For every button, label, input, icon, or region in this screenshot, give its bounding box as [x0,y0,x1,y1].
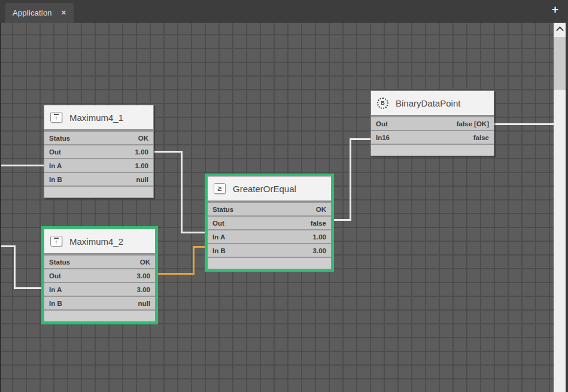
vertical-scrollbar[interactable] [554,23,566,392]
pin-value: false [OK] [457,120,489,127]
pin-value: false [473,134,489,141]
block-BinaryDataPoint[interactable]: BBinaryDataPointOutfalse [OK]In16false [370,90,494,156]
block-row-status[interactable]: StatusOK [44,130,153,144]
block-GreaterOrEqual[interactable]: ≥GreaterOrEqualStatusOKOutfalseIn A1.00I… [207,176,332,269]
pin-label: Out [376,120,388,127]
wire-left-edge-to-maximum4_1-inA[interactable] [1,165,45,166]
maximum-icon: ↑ [50,112,62,123]
pin-label: Status [49,135,70,142]
wire-maximum4_1-out-to-greaterorequal-inA[interactable] [181,232,208,233]
gte-icon: ≥ [214,183,226,194]
pin-label: In A [49,162,62,169]
pin-value: OK [138,135,148,142]
block-title: Maximum4_1 [69,113,123,123]
close-icon[interactable]: ✕ [61,9,66,17]
block-Maximum4_2[interactable]: ↑Maximum4_2StatusOKOut3.00In A3.00In Bnu… [44,229,156,322]
block-row-in-b[interactable]: In Bnull [44,172,153,186]
block-header[interactable]: BBinaryDataPoint [371,91,494,116]
pin-label: Status [212,206,233,213]
pin-value: 1.00 [135,148,148,156]
pin-value: null [136,176,148,183]
pin-value: 3.00 [313,247,326,254]
wiresheet-window: Application ✕ + ↑Maximum4_1StatusOKOut1.… [0,0,568,392]
block-row-status[interactable]: StatusOK [208,202,331,215]
block-header[interactable]: ↑Maximum4_2 [44,229,155,254]
pin-label: In A [49,286,62,293]
wire-greaterorequal-out-to-binarydatapoint-in16[interactable] [350,138,372,140]
block-title: Maximum4_2 [69,236,123,247]
wire-maximum4_2-out-to-greaterorequal-inB[interactable] [157,273,195,275]
new-tab-button[interactable]: + [552,4,558,15]
canvas-right-border [566,23,568,392]
tab-application[interactable]: Application ✕ [5,3,74,23]
wire-maximum4_2-out-to-greaterorequal-inB[interactable] [193,246,208,248]
wire-greaterorequal-out-to-binarydatapoint-in16[interactable] [333,219,351,221]
scrollbar-thumb[interactable] [554,37,566,90]
block-row-out[interactable]: Outfalse [OK] [371,116,494,130]
pin-label: Out [49,272,61,279]
tab-label: Application [13,8,52,17]
pin-label: In16 [376,134,390,141]
pin-label: In B [49,300,62,307]
block-row-in-a[interactable]: In A3.00 [44,282,155,296]
wire-maximum4_2-out-to-greaterorequal-inB[interactable] [193,246,195,275]
wire-maximum4_1-out-to-greaterorequal-inA[interactable] [181,151,183,233]
block-footer [44,186,153,197]
pin-value: null [138,300,150,307]
block-row-in16[interactable]: In16false [371,130,494,144]
pin-value: false [311,220,326,227]
block-row-out[interactable]: Out3.00 [44,268,155,282]
scroll-up-button[interactable] [554,23,566,36]
wire-maximum4_1-out-to-greaterorequal-inA[interactable] [153,151,183,153]
chevron-up-icon [556,26,564,34]
pin-label: Out [212,220,224,227]
block-row-out[interactable]: Outfalse [208,215,331,229]
wire-left-edge-to-maximum4_2-inA[interactable] [14,245,16,289]
block-header[interactable]: ↑Maximum4_1 [44,105,153,130]
pin-value: 1.00 [313,233,326,241]
block-row-in-a[interactable]: In A1.00 [44,158,153,172]
pin-value: OK [140,259,150,266]
pin-label: In B [49,176,62,183]
block-row-in-b[interactable]: In Bnull [44,296,155,309]
block-row-status[interactable]: StatusOK [44,254,155,268]
pin-label: Status [49,259,70,266]
pin-label: Out [49,148,61,156]
block-footer [371,144,494,156]
pin-value: 3.00 [137,286,150,293]
wire-left-edge-to-maximum4_2-inA[interactable] [14,287,45,289]
pin-value: 1.00 [135,162,148,169]
block-footer [44,309,155,321]
pin-label: In A [212,233,225,241]
block-footer [208,257,331,269]
wiresheet-canvas[interactable]: ↑Maximum4_1StatusOKOut1.00In A1.00In Bnu… [1,23,554,392]
wire-binarydatapoint-out-to-right-edge[interactable] [492,123,554,125]
block-header[interactable]: ≥GreaterOrEqual [208,177,331,202]
pin-value: 3.00 [137,272,150,279]
pin-value: OK [316,206,326,213]
maximum-icon: ↑ [50,236,62,247]
block-row-in-b[interactable]: In B3.00 [208,243,331,257]
pin-label: In B [212,247,226,254]
binary-icon: B [377,98,388,109]
block-title: BinaryDataPoint [396,98,460,108]
block-title: GreaterOrEqual [233,184,296,194]
block-Maximum4_1[interactable]: ↑Maximum4_1StatusOKOut1.00In A1.00In Bnu… [44,105,154,198]
tab-bar: Application ✕ + [0,0,568,23]
canvas-left-border [0,23,1,392]
block-row-out[interactable]: Out1.00 [44,144,153,158]
block-row-in-a[interactable]: In A1.00 [208,229,331,243]
wire-greaterorequal-out-to-binarydatapoint-in16[interactable] [350,138,351,221]
